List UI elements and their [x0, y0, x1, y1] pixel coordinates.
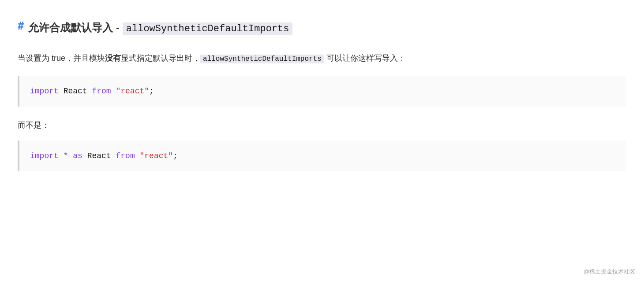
- page-title: # 允许合成默认导入 - allowSyntheticDefaultImport…: [18, 13, 626, 39]
- code-block-2: import * as React from "react";: [18, 140, 626, 171]
- kw-from-2: from: [116, 152, 135, 160]
- code-block-1: import React from "react";: [18, 76, 626, 107]
- kw-star-2: *: [64, 152, 68, 160]
- watermark: @稀土掘金技术社区: [584, 267, 635, 277]
- id-react-2: React: [87, 152, 116, 160]
- code-block-2-content: import * as React from "react";: [30, 152, 178, 160]
- id-react-1: React: [64, 87, 92, 96]
- title-heading: 允许合成默认导入 - allowSyntheticDefaultImports: [28, 13, 292, 39]
- desc-inline-code: allowSyntheticDefaultImports: [200, 55, 324, 63]
- kw-import-1: import: [30, 87, 59, 96]
- section-label: 而不是：: [18, 119, 626, 132]
- description-paragraph: 当设置为 true，并且模块没有显式指定默认导出时，allowSynthetic…: [18, 51, 626, 66]
- desc-bold: 没有: [105, 54, 121, 63]
- str-react-2: "react": [140, 152, 173, 160]
- desc-part1: 当设置为 true，并且模块: [18, 54, 105, 63]
- title-code: allowSyntheticDefaultImports: [123, 22, 293, 35]
- str-react-1: "react": [116, 87, 149, 96]
- semi-2: ;: [173, 152, 178, 160]
- kw-import-2: import: [30, 152, 59, 160]
- kw-from-1: from: [92, 87, 111, 96]
- code-block-1-content: import React from "react";: [30, 87, 154, 96]
- kw-as-2: as: [73, 152, 82, 160]
- desc-part3: 可以让你这样写导入：: [324, 54, 406, 63]
- semi-1: ;: [149, 87, 154, 96]
- hash-icon: #: [18, 18, 24, 34]
- desc-part2: 显式指定默认导出时，: [121, 54, 200, 63]
- title-prefix: 允许合成默认导入 -: [28, 22, 122, 33]
